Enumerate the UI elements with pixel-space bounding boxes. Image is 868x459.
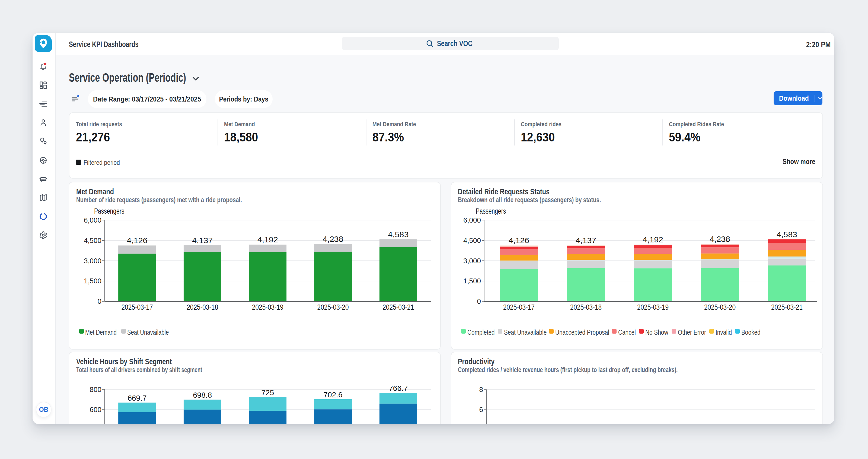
svg-text:725: 725 [261,389,274,397]
svg-text:2025-03-21: 2025-03-21 [382,303,414,311]
svg-text:4,126: 4,126 [508,236,529,245]
svg-text:6,000: 6,000 [84,216,101,224]
svg-text:698.8: 698.8 [193,391,212,399]
svg-text:8: 8 [479,385,483,394]
svg-text:2025-03-17: 2025-03-17 [503,303,535,311]
svg-text:2025-03-20: 2025-03-20 [317,303,349,311]
svg-text:800: 800 [90,385,101,394]
svg-text:4,583: 4,583 [388,230,408,239]
svg-text:4,192: 4,192 [643,235,663,244]
svg-text:3,000: 3,000 [84,257,101,265]
svg-text:2025-03-20: 2025-03-20 [704,303,736,311]
svg-text:2025-03-18: 2025-03-18 [187,303,218,311]
svg-text:4,500: 4,500 [84,236,101,245]
svg-text:4,583: 4,583 [777,230,797,239]
svg-text:0: 0 [98,297,101,305]
svg-text:3,000: 3,000 [463,257,481,265]
svg-text:2025-03-19: 2025-03-19 [637,303,669,311]
svg-text:4,238: 4,238 [323,235,343,243]
svg-text:2025-03-17: 2025-03-17 [122,303,153,311]
svg-text:669.7: 669.7 [127,394,147,402]
svg-text:0: 0 [477,297,481,305]
svg-text:766.7: 766.7 [389,384,408,393]
svg-text:4,137: 4,137 [576,236,596,245]
svg-text:4,238: 4,238 [710,235,730,243]
svg-text:600: 600 [90,405,101,414]
svg-text:702.6: 702.6 [323,391,343,399]
svg-text:1,500: 1,500 [84,277,101,285]
svg-text:6: 6 [479,405,483,414]
svg-text:2025-03-19: 2025-03-19 [252,303,283,311]
svg-text:4,192: 4,192 [257,235,278,244]
svg-text:4,137: 4,137 [192,236,213,245]
svg-text:2025-03-18: 2025-03-18 [570,303,601,311]
svg-text:2025-03-21: 2025-03-21 [771,303,803,311]
svg-text:4,126: 4,126 [127,236,148,245]
svg-text:1,500: 1,500 [463,277,481,285]
svg-text:6,000: 6,000 [463,216,481,224]
svg-text:4,500: 4,500 [463,236,481,245]
